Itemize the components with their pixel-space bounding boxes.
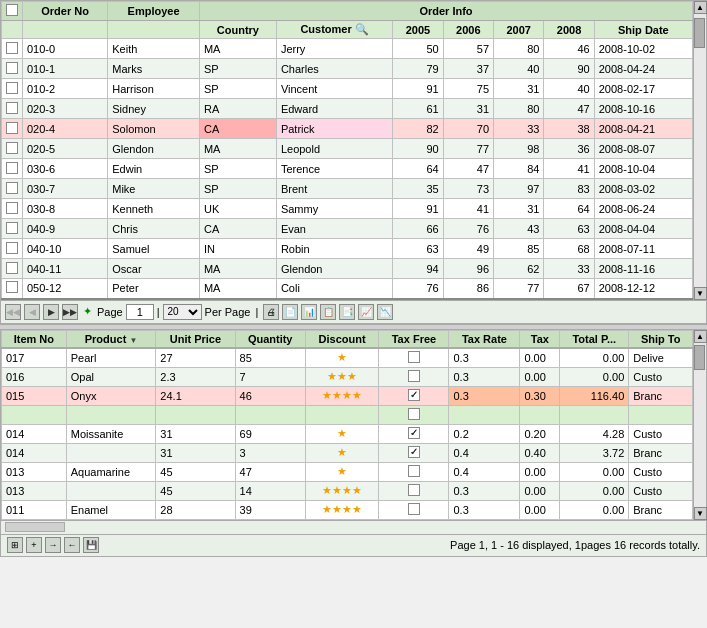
table-row[interactable]: 030-6 Edwin SP Terence 64 47 84 41 2008-… <box>2 159 693 179</box>
table-row[interactable]: 015 Onyx 24.1 46 ★★★★ ✓ 0.3 0.30 116.40 … <box>2 386 693 405</box>
table-row[interactable]: 030-7 Mike SP Brent 35 73 97 83 2008-03-… <box>2 179 693 199</box>
table-row[interactable]: 011 Enamel 28 39 ★★★★ 0.3 0.00 0.00 Bran… <box>2 500 693 519</box>
first-page-btn[interactable]: ◀◀ <box>5 304 21 320</box>
row-checkbox[interactable] <box>2 39 23 59</box>
prev-page-btn[interactable]: ◀ <box>24 304 40 320</box>
checkbox[interactable] <box>6 122 18 134</box>
next-page-btn[interactable]: ▶ <box>43 304 59 320</box>
checkbox[interactable] <box>6 281 18 293</box>
table-row[interactable]: 013 Aquamarine 45 47 ★ 0.4 0.00 0.00 Cus… <box>2 462 693 481</box>
table-row[interactable]: 010-0 Keith MA Jerry 50 57 80 46 2008-10… <box>2 39 693 59</box>
table-row[interactable]: 040-9 Chris CA Evan 66 76 43 63 2008-04-… <box>2 219 693 239</box>
order-no-cell: 040-11 <box>23 259 108 279</box>
bottom-scroll-down-arrow[interactable]: ▼ <box>694 507 707 520</box>
page-number-input[interactable] <box>126 304 154 320</box>
row-checkbox[interactable] <box>2 199 23 219</box>
scroll-thumb[interactable] <box>694 18 705 48</box>
table-row[interactable]: 016 Opal 2.3 7 ★★★ 0.3 0.00 0.00 Custo <box>2 367 693 386</box>
y2006-cell: 73 <box>443 179 493 199</box>
table-row[interactable]: 014 Moissanite 31 69 ★ ✓ 0.2 0.20 4.28 C… <box>2 424 693 443</box>
unit-price-cell: 31 <box>156 443 235 462</box>
checkbox[interactable] <box>6 102 18 114</box>
export2-icon[interactable]: 📊 <box>301 304 317 320</box>
bottom-scroll-up-arrow[interactable]: ▲ <box>694 330 707 343</box>
ship-date-cell: 2008-02-17 <box>594 79 692 99</box>
table-row[interactable]: 020-3 Sidney RA Edward 61 31 80 47 2008-… <box>2 99 693 119</box>
row-checkbox[interactable] <box>2 179 23 199</box>
checkbox[interactable] <box>6 142 18 154</box>
table-row[interactable]: 013 45 14 ★★★★ 0.3 0.00 0.00 Custo <box>2 481 693 500</box>
print-icon[interactable]: 🖨 <box>263 304 279 320</box>
product-header[interactable]: Product ▼ <box>66 330 156 348</box>
customer-header[interactable]: Customer 🔍 <box>276 21 392 39</box>
add-row-icon[interactable]: + <box>26 537 42 553</box>
table-row[interactable]: 030-8 Kenneth UK Sammy 91 41 31 64 2008-… <box>2 199 693 219</box>
row-checkbox[interactable] <box>2 219 23 239</box>
table-row[interactable] <box>2 405 693 424</box>
export1-icon[interactable]: 📄 <box>282 304 298 320</box>
row-checkbox[interactable] <box>2 239 23 259</box>
export3-icon[interactable]: 📋 <box>320 304 336 320</box>
outdent-icon[interactable]: ← <box>64 537 80 553</box>
table-row[interactable]: 040-11 Oscar MA Glendon 94 96 62 33 2008… <box>2 259 693 279</box>
grid-add-icon[interactable]: ⊞ <box>7 537 23 553</box>
country-cell: SP <box>199 159 276 179</box>
checkbox[interactable] <box>6 242 18 254</box>
bottom-scrollbar[interactable]: ▲ ▼ <box>693 330 706 520</box>
per-page-select[interactable]: 10 20 50 100 <box>163 304 202 320</box>
h-scroll-thumb[interactable] <box>5 522 65 532</box>
tax-free-checkbox[interactable] <box>408 408 420 420</box>
table-row[interactable]: 040-10 Samuel IN Robin 63 49 85 68 2008-… <box>2 239 693 259</box>
table-row[interactable]: 050-12 Peter MA Coli 76 86 77 67 2008-12… <box>2 279 693 299</box>
discount-stars: ★★★★ <box>322 503 362 515</box>
indent-icon[interactable]: → <box>45 537 61 553</box>
tax-free-checkbox[interactable]: ✓ <box>408 427 420 439</box>
row-checkbox[interactable] <box>2 259 23 279</box>
table-row[interactable]: 010-1 Marks SP Charles 79 37 40 90 2008-… <box>2 59 693 79</box>
scroll-up-arrow[interactable]: ▲ <box>694 1 707 14</box>
table-row[interactable]: 020-5 Glendon MA Leopold 90 77 98 36 200… <box>2 139 693 159</box>
row-checkbox[interactable] <box>2 159 23 179</box>
row-checkbox[interactable] <box>2 279 23 299</box>
checkbox[interactable] <box>6 62 18 74</box>
row-checkbox[interactable] <box>2 79 23 99</box>
table-row[interactable]: 014 31 3 ★ ✓ 0.4 0.40 3.72 Branc <box>2 443 693 462</box>
table-row[interactable]: 020-4 Solomon CA Patrick 82 70 33 38 200… <box>2 119 693 139</box>
scroll-down-arrow[interactable]: ▼ <box>694 287 707 300</box>
checkbox[interactable] <box>6 222 18 234</box>
tax-free-checkbox[interactable]: ✓ <box>408 389 420 401</box>
export4-icon[interactable]: 📑 <box>339 304 355 320</box>
tax-free-checkbox[interactable] <box>408 370 420 382</box>
per-page-label: Per Page <box>205 306 251 318</box>
tax-free-checkbox[interactable] <box>408 351 420 363</box>
discount-cell: ★★★ <box>305 367 379 386</box>
bottom-hscroll-bar[interactable] <box>1 520 706 534</box>
tax-free-checkbox[interactable] <box>408 465 420 477</box>
select-all-header[interactable] <box>2 2 23 21</box>
checkbox[interactable] <box>6 262 18 274</box>
checkbox[interactable] <box>6 162 18 174</box>
employee-cell: Glendon <box>108 139 200 159</box>
row-checkbox[interactable] <box>2 99 23 119</box>
export5-icon[interactable]: 📈 <box>358 304 374 320</box>
y2008-cell: 46 <box>544 39 594 59</box>
row-checkbox[interactable] <box>2 59 23 79</box>
table-row[interactable]: 010-2 Harrison SP Vincent 91 75 31 40 20… <box>2 79 693 99</box>
top-scrollbar[interactable]: ▲ ▼ <box>693 1 706 300</box>
row-checkbox[interactable] <box>2 139 23 159</box>
tax-free-checkbox[interactable]: ✓ <box>408 446 420 458</box>
checkbox[interactable] <box>6 202 18 214</box>
save-rows-icon[interactable]: 💾 <box>83 537 99 553</box>
row-checkbox[interactable] <box>2 119 23 139</box>
bottom-scroll-thumb[interactable] <box>694 345 705 370</box>
tax-free-checkbox[interactable] <box>408 484 420 496</box>
product-cell: Enamel <box>66 500 156 519</box>
checkbox[interactable] <box>6 82 18 94</box>
export6-icon[interactable]: 📉 <box>377 304 393 320</box>
tax-free-checkbox[interactable] <box>408 503 420 515</box>
checkbox[interactable] <box>6 42 18 54</box>
country-header[interactable]: Country <box>199 21 276 39</box>
last-page-btn[interactable]: ▶▶ <box>62 304 78 320</box>
table-row[interactable]: 017 Pearl 27 85 ★ 0.3 0.00 0.00 Delive <box>2 348 693 368</box>
checkbox[interactable] <box>6 182 18 194</box>
